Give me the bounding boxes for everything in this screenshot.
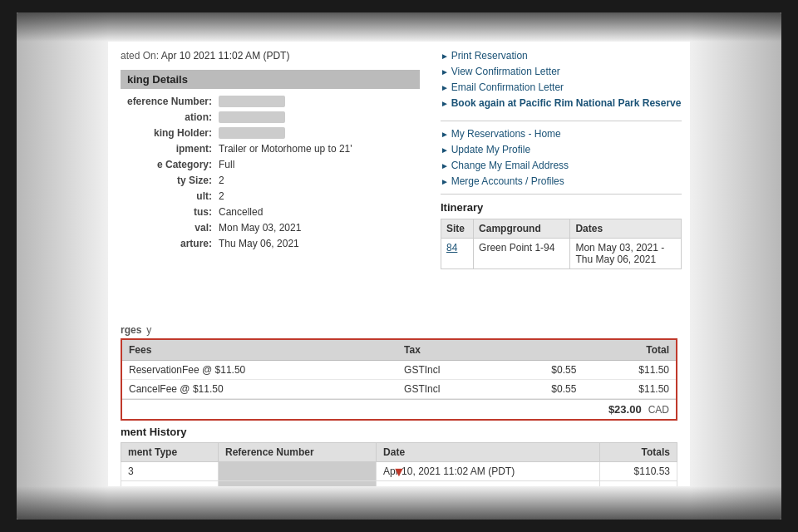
- fees-total-row: $23.00 CAD: [122, 399, 676, 419]
- field-label-station: ation:: [121, 111, 212, 123]
- fees-grand-total: $23.00: [608, 403, 642, 416]
- field-row-equipment: ipment: Trailer or Motorhome up to 21': [121, 143, 432, 155]
- fee-row-1: ReservationFee @ $11.50 GSTIncl $0.55 $1…: [122, 361, 676, 380]
- field-value-equipment: Trailer or Motorhome up to 21': [219, 143, 352, 155]
- field-row-status: tus: Cancelled: [121, 206, 432, 218]
- field-row-partysize: ty Size: 2: [121, 175, 432, 186]
- fees-col-fees: Fees: [122, 340, 397, 361]
- booking-details-header: king Details: [121, 70, 420, 89]
- update-profile-link[interactable]: Update My Profile: [441, 144, 682, 155]
- payment-total-2: -$87.53: [600, 481, 677, 487]
- payment-col-date: Date: [377, 443, 600, 462]
- fee-row-2: CancelFee @ $11.50 GSTIncl $0.55 $11.50: [122, 380, 676, 399]
- field-row-category: e Category: Full: [121, 159, 432, 170]
- payment-header: ment History: [121, 426, 677, 438]
- payment-date-1: Apr 10, 2021 11:02 AM (PDT): [377, 462, 600, 481]
- itinerary-title: Itinerary: [441, 201, 682, 214]
- field-value-station: [219, 111, 285, 123]
- payment-title: ment History: [121, 426, 186, 438]
- divider-2: [441, 194, 682, 195]
- print-reservation-link[interactable]: Print Reservation: [441, 50, 682, 62]
- field-value-departure: Thu May 06, 2021: [219, 238, 299, 249]
- field-row-ref: eference Number:: [121, 96, 432, 107]
- book-again-link[interactable]: Book again at Pacific Rim National Park …: [441, 97, 682, 109]
- payment-total-1: $110.53: [600, 462, 677, 481]
- payment-type-1: 3: [121, 462, 219, 481]
- field-row-adults: ult: 2: [121, 190, 432, 202]
- field-row-station: ation:: [121, 111, 432, 123]
- itinerary-col-campground: Campground: [474, 219, 570, 239]
- field-value-status: Cancelled: [219, 206, 263, 218]
- action-links-group: Print Reservation View Confirmation Lett…: [441, 50, 682, 109]
- email-confirmation-link[interactable]: Email Confirmation Letter: [441, 81, 682, 93]
- itinerary-table: Site Campground Dates 84 Green Point 1-9…: [441, 219, 682, 269]
- fees-table-container: Fees Tax Total ReservationFee @ $11.50 G…: [121, 338, 677, 421]
- payment-col-totals: Totals: [600, 443, 677, 462]
- field-label-equipment: ipment:: [121, 143, 212, 155]
- my-reservations-link[interactable]: My Reservations - Home: [441, 128, 682, 140]
- charges-label: rges: [121, 324, 141, 336]
- fee-name-1: ReservationFee @ $11.50: [122, 361, 397, 380]
- field-label-category: e Category:: [121, 159, 212, 170]
- field-label-arrival: val:: [121, 222, 212, 234]
- itinerary-col-site: Site: [441, 219, 474, 239]
- itinerary-col-dates: Dates: [570, 219, 682, 239]
- fee-name-2: CancelFee @ $11.50: [122, 380, 397, 399]
- created-on-value: Apr 10 2021 11:02 AM (PDT): [161, 50, 290, 62]
- field-value-partysize: 2: [219, 175, 224, 186]
- field-label-departure: arture:: [121, 238, 212, 249]
- change-email-link[interactable]: Change My Email Address: [441, 160, 682, 171]
- field-row-holder: king Holder:: [121, 127, 432, 139]
- created-on-row: ated On: Apr 10 2021 11:02 AM (PDT): [121, 50, 432, 62]
- fees-col-tax: Tax: [397, 340, 502, 361]
- fee-total-1: $11.50: [583, 361, 676, 380]
- field-value-adults: 2: [219, 190, 224, 202]
- created-on-label: ated On:: [121, 50, 159, 62]
- fee-tax-type-1: GSTIncl: [397, 361, 502, 380]
- fees-col-taxamt: [502, 340, 584, 361]
- payment-row-2: 3 Apr 23, 2021 11:08 AM (PDT) -$87.53: [121, 481, 677, 487]
- fees-col-total: Total: [583, 340, 676, 361]
- fee-tax-amt-1: $0.55: [502, 361, 584, 380]
- fee-tax-type-2: GSTIncl: [397, 380, 502, 399]
- fee-tax-amt-2: $0.55: [502, 380, 584, 399]
- merge-accounts-link[interactable]: Merge Accounts / Profiles: [441, 175, 682, 187]
- field-value-ref: [219, 96, 285, 107]
- fees-table: Fees Tax Total ReservationFee @ $11.50 G…: [122, 340, 676, 399]
- field-label-status: tus:: [121, 206, 212, 218]
- payment-col-type: ment Type: [121, 443, 219, 462]
- fee-total-2: $11.50: [583, 380, 676, 399]
- itinerary-dates: Mon May 03, 2021 -Thu May 06, 2021: [570, 239, 682, 269]
- field-value-holder: [219, 127, 285, 139]
- category-label: y: [146, 324, 151, 336]
- payment-type-2: 3: [121, 481, 219, 487]
- field-value-arrival: Mon May 03, 2021: [219, 222, 301, 234]
- itinerary-row-1: 84 Green Point 1-94 Mon May 03, 2021 -Th…: [441, 239, 682, 269]
- field-row-departure: arture: Thu May 06, 2021: [121, 238, 432, 249]
- field-label-adults: ult:: [121, 190, 212, 202]
- payment-ref-2: [218, 481, 376, 487]
- payment-ref-1: [218, 462, 376, 481]
- itinerary-site: 84: [441, 239, 474, 269]
- itinerary-campground: Green Point 1-94: [474, 239, 570, 269]
- payment-col-ref: Reference Number: [218, 443, 376, 462]
- scroll-down-indicator: ▼: [392, 465, 406, 480]
- fees-currency: CAD: [648, 404, 669, 416]
- field-label-ref: eference Number:: [121, 96, 212, 107]
- payment-date-2: Apr 23, 2021 11:08 AM (PDT): [377, 481, 600, 487]
- field-row-arrival: val: Mon May 03, 2021: [121, 222, 432, 234]
- field-label-partysize: ty Size:: [121, 175, 212, 186]
- divider-1: [441, 121, 682, 121]
- view-confirmation-link[interactable]: View Confirmation Letter: [441, 66, 682, 77]
- fees-wrapper: rges y Fees Tax Total Rese: [108, 324, 690, 421]
- field-label-holder: king Holder:: [121, 127, 212, 139]
- field-value-category: Full: [219, 159, 234, 170]
